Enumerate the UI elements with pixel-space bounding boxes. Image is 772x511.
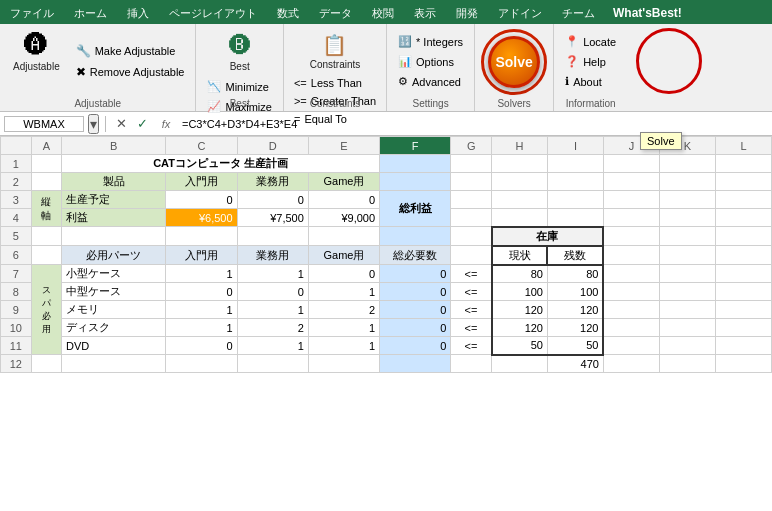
tab-team[interactable]: チーム: [552, 2, 605, 24]
cell-e9[interactable]: 2: [308, 301, 379, 319]
cell-b11[interactable]: DVD: [62, 337, 166, 355]
cell-g1[interactable]: [451, 155, 492, 173]
cell-c11[interactable]: 0: [166, 337, 237, 355]
cell-h12[interactable]: [492, 355, 548, 373]
cell-g7[interactable]: <=: [451, 265, 492, 283]
cell-h3[interactable]: [492, 191, 548, 209]
cell-i1[interactable]: [547, 155, 603, 173]
cell-f1[interactable]: [380, 155, 451, 173]
cell-a6[interactable]: [31, 246, 62, 265]
cell-l12[interactable]: [715, 355, 771, 373]
tab-dev[interactable]: 開発: [446, 2, 488, 24]
cell-f5[interactable]: [380, 227, 451, 246]
tab-formula[interactable]: 数式: [267, 2, 309, 24]
cell-j9[interactable]: [603, 301, 659, 319]
cell-i3[interactable]: [547, 191, 603, 209]
cell-g12[interactable]: [451, 355, 492, 373]
tab-file[interactable]: ファイル: [0, 2, 64, 24]
cell-h8[interactable]: 100: [492, 283, 548, 301]
cell-b1-merged[interactable]: CATコンピュータ 生産計画: [62, 155, 380, 173]
cell-d4[interactable]: ¥7,500: [237, 209, 308, 227]
cell-e6[interactable]: Game用: [308, 246, 379, 265]
make-adjustable-button[interactable]: 🔧 Make Adjustable: [71, 41, 190, 61]
cell-c2[interactable]: 入門用: [166, 173, 237, 191]
tab-whatsbest[interactable]: What'sBest!: [605, 2, 690, 24]
cell-b5[interactable]: [62, 227, 166, 246]
locate-button[interactable]: 📍 Locate: [560, 32, 621, 51]
col-header-d[interactable]: D: [237, 137, 308, 155]
cell-i2[interactable]: [547, 173, 603, 191]
cell-e10[interactable]: 1: [308, 319, 379, 337]
cell-h10[interactable]: 120: [492, 319, 548, 337]
cell-d10[interactable]: 2: [237, 319, 308, 337]
cell-f8[interactable]: 0: [380, 283, 451, 301]
cell-k4[interactable]: [659, 209, 715, 227]
cell-d12[interactable]: [237, 355, 308, 373]
cell-e11[interactable]: 1: [308, 337, 379, 355]
cell-e8[interactable]: 1: [308, 283, 379, 301]
cell-a3-merged[interactable]: 縦軸: [31, 191, 62, 227]
col-header-l[interactable]: L: [715, 137, 771, 155]
cell-j4[interactable]: [603, 209, 659, 227]
cell-e4[interactable]: ¥9,000: [308, 209, 379, 227]
name-box[interactable]: WBMAX: [4, 116, 84, 132]
cell-d3[interactable]: 0: [237, 191, 308, 209]
tab-addin[interactable]: アドイン: [488, 2, 552, 24]
cell-j3[interactable]: [603, 191, 659, 209]
confirm-formula-icon[interactable]: ✓: [137, 116, 148, 131]
cell-j11[interactable]: [603, 337, 659, 355]
cell-i11[interactable]: 50: [547, 337, 603, 355]
cell-d9[interactable]: 1: [237, 301, 308, 319]
cell-i10[interactable]: 120: [547, 319, 603, 337]
cell-k1[interactable]: [659, 155, 715, 173]
constraints-button[interactable]: 📋 Constraints: [303, 28, 368, 75]
cell-j1[interactable]: [603, 155, 659, 173]
col-header-h[interactable]: H: [492, 137, 548, 155]
col-header-g[interactable]: G: [451, 137, 492, 155]
cell-k10[interactable]: [659, 319, 715, 337]
cell-h7[interactable]: 80: [492, 265, 548, 283]
cell-c6[interactable]: 入門用: [166, 246, 237, 265]
cell-j8[interactable]: [603, 283, 659, 301]
col-header-i[interactable]: I: [547, 137, 603, 155]
cell-j5[interactable]: [603, 227, 659, 246]
cell-l9[interactable]: [715, 301, 771, 319]
cell-f2[interactable]: [380, 173, 451, 191]
cell-f3-merged[interactable]: 総利益: [380, 191, 451, 227]
cell-d8[interactable]: 0: [237, 283, 308, 301]
solve-button[interactable]: Solve: [488, 36, 540, 88]
cell-c3[interactable]: 0: [166, 191, 237, 209]
less-than-button[interactable]: <= Less Than: [290, 75, 380, 91]
tab-view[interactable]: 表示: [404, 2, 446, 24]
cell-l11[interactable]: [715, 337, 771, 355]
cell-h9[interactable]: 120: [492, 301, 548, 319]
cell-d5[interactable]: [237, 227, 308, 246]
cell-j10[interactable]: [603, 319, 659, 337]
cell-d7[interactable]: 1: [237, 265, 308, 283]
cell-i4[interactable]: [547, 209, 603, 227]
cell-e2[interactable]: Game用: [308, 173, 379, 191]
cell-k3[interactable]: [659, 191, 715, 209]
cell-l5[interactable]: [715, 227, 771, 246]
cell-f6[interactable]: 総必要数: [380, 246, 451, 265]
cell-b10[interactable]: ディスク: [62, 319, 166, 337]
cell-c4[interactable]: ¥6,500: [166, 209, 237, 227]
options-button[interactable]: 📊 Options: [393, 52, 468, 71]
cell-b8[interactable]: 中型ケース: [62, 283, 166, 301]
best-button[interactable]: 🅑 Best: [218, 28, 262, 77]
cell-a1[interactable]: [31, 155, 62, 173]
cell-j7[interactable]: [603, 265, 659, 283]
cell-k11[interactable]: [659, 337, 715, 355]
advanced-button[interactable]: ⚙ Advanced: [393, 72, 468, 91]
cell-g6[interactable]: [451, 246, 492, 265]
cell-l10[interactable]: [715, 319, 771, 337]
cell-i9[interactable]: 120: [547, 301, 603, 319]
cell-a2[interactable]: [31, 173, 62, 191]
help-button[interactable]: ❓ Help: [560, 52, 621, 71]
col-header-e[interactable]: E: [308, 137, 379, 155]
cell-a12[interactable]: [31, 355, 62, 373]
cell-h4[interactable]: [492, 209, 548, 227]
cell-b7[interactable]: 小型ケース: [62, 265, 166, 283]
cell-b4[interactable]: 利益: [62, 209, 166, 227]
cell-b2[interactable]: 製品: [62, 173, 166, 191]
